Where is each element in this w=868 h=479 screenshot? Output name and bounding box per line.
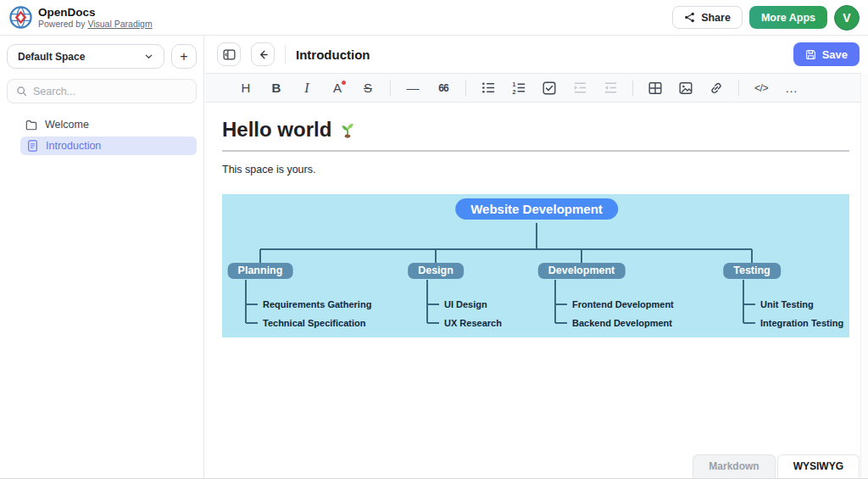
save-icon — [805, 49, 816, 60]
document-heading: Hello world — [222, 118, 849, 142]
more-apps-button[interactable]: More Apps — [749, 6, 827, 29]
tab-wysiwyg[interactable]: WYSIWYG — [777, 454, 860, 478]
diagram-leaf: UX Research — [444, 317, 502, 329]
toolbar-separator — [465, 81, 466, 96]
strikethrough-button[interactable]: S — [359, 80, 376, 97]
search-box[interactable] — [7, 79, 197, 103]
diagram-leaf: Integration Testing — [760, 317, 843, 329]
diagram-leaf: Technical Specification — [263, 317, 365, 329]
user-avatar[interactable]: V — [834, 5, 860, 31]
editor-panel: Introduction Save H B I A S — 66 12 — [205, 36, 868, 478]
heading-rule — [222, 150, 849, 152]
visual-paradigm-link[interactable]: Visual Paradigm — [87, 19, 152, 29]
chevron-down-icon — [144, 52, 153, 61]
tree-item-introduction[interactable]: Introduction — [20, 136, 197, 155]
back-button[interactable] — [251, 42, 275, 66]
code-button[interactable]: </> — [753, 80, 770, 97]
app-window: OpenDocs Powered by Visual Paradigm Shar… — [0, 0, 868, 479]
search-icon — [16, 86, 27, 97]
header-divider — [285, 45, 286, 64]
horizontal-rule-button[interactable]: — — [404, 80, 421, 97]
save-button[interactable]: Save — [793, 42, 860, 66]
toolbar-separator — [390, 81, 391, 96]
more-options-button[interactable]: … — [783, 80, 800, 97]
sidebar: Default Space + Welcome — [0, 36, 204, 478]
bullet-list-button[interactable] — [480, 80, 497, 97]
diagram-node-testing[interactable]: Testing — [723, 263, 781, 279]
ordered-list-button[interactable]: 12 — [510, 80, 527, 97]
diagram-node-development[interactable]: Development — [538, 263, 626, 279]
share-icon — [684, 12, 695, 23]
share-button[interactable]: Share — [672, 6, 743, 29]
header-actions: Share More Apps V — [672, 5, 860, 31]
brand-block: OpenDocs Powered by Visual Paradigm — [38, 6, 153, 30]
text-color-button[interactable]: A — [329, 80, 346, 97]
italic-button[interactable]: I — [298, 80, 315, 97]
powered-by-text: Powered by Visual Paradigm — [38, 19, 153, 30]
bold-button[interactable]: B — [268, 80, 285, 97]
heading-button[interactable]: H — [237, 80, 254, 97]
document-content[interactable]: Hello world This space is yours. — [205, 103, 868, 337]
formatting-toolbar: H B I A S — 66 12 — [205, 73, 868, 103]
toolbar-separator — [632, 81, 633, 96]
search-input[interactable] — [33, 86, 187, 97]
editor-mode-tabs: Markdown WYSIWYG — [693, 454, 860, 478]
arrow-left-icon — [257, 48, 270, 61]
image-button[interactable] — [677, 80, 694, 97]
tab-markdown[interactable]: Markdown — [693, 454, 775, 478]
diagram-leaf: Frontend Development — [572, 298, 674, 310]
page-tree: Welcome Introduction — [0, 115, 203, 155]
opendocs-logo-icon — [8, 6, 32, 30]
table-button[interactable] — [647, 80, 664, 97]
space-selector-row: Default Space + — [0, 36, 203, 69]
svg-text:1: 1 — [512, 81, 515, 88]
toggle-sidebar-button[interactable] — [217, 42, 241, 66]
app-title: OpenDocs — [38, 6, 153, 19]
diagram-leaf: Unit Testing — [760, 298, 814, 310]
blockquote-button[interactable]: 66 — [435, 80, 452, 97]
add-page-button[interactable]: + — [171, 44, 197, 69]
document-paragraph: This space is yours. — [222, 164, 849, 175]
editor-header: Introduction Save — [205, 36, 868, 73]
page-title: Introduction — [296, 47, 370, 62]
task-list-button[interactable] — [541, 80, 558, 97]
diagram-node-design[interactable]: Design — [408, 263, 464, 279]
toolbar-separator — [738, 81, 739, 96]
svg-text:2: 2 — [512, 89, 515, 95]
outdent-button[interactable] — [602, 80, 619, 97]
diagram-root-node[interactable]: Website Development — [455, 198, 618, 220]
diagram-node-planning[interactable]: Planning — [228, 263, 293, 279]
space-selector[interactable]: Default Space — [7, 44, 164, 69]
editor-scrollbar[interactable] — [860, 73, 868, 478]
link-button[interactable] — [708, 80, 725, 97]
seedling-emoji-icon — [338, 120, 357, 139]
diagram-leaf: UI Design — [444, 298, 487, 310]
top-header: OpenDocs Powered by Visual Paradigm Shar… — [0, 0, 868, 36]
tree-item-label: Introduction — [46, 140, 101, 152]
tree-folder-welcome[interactable]: Welcome — [0, 115, 203, 134]
indent-button[interactable] — [571, 80, 588, 97]
folder-icon — [25, 120, 37, 131]
tree-folder-label: Welcome — [45, 119, 89, 131]
color-dot — [342, 81, 346, 85]
diagram-leaf: Requirements Gathering — [263, 298, 371, 310]
diagram-leaf: Backend Development — [572, 317, 672, 329]
website-development-diagram[interactable]: Website Development Planning Design Deve… — [222, 194, 849, 337]
document-icon — [27, 140, 38, 152]
sidebar-panel-icon — [223, 48, 236, 61]
